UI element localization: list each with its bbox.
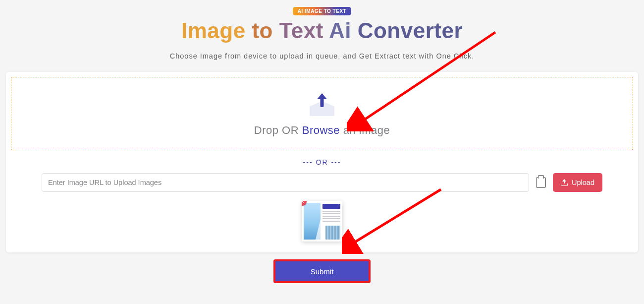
thumbnail-area: ✕ [11, 201, 633, 243]
title-word-5: Converter [358, 18, 463, 43]
upload-icon [308, 91, 336, 116]
paste-icon[interactable] [536, 177, 546, 188]
uploaded-thumbnail[interactable]: ✕ [302, 201, 342, 242]
or-divider: --- OR --- [11, 158, 633, 166]
subtitle: Choose Image from device to upload in qu… [4, 52, 640, 60]
brand-badge: AI IMAGE TO TEXT [293, 7, 351, 15]
upload-button-label: Upload [572, 179, 594, 186]
drop-text-suffix: an image [340, 124, 390, 136]
drop-text-prefix: Drop OR [254, 124, 302, 136]
title-word-3: Text [279, 18, 323, 43]
image-url-input[interactable] [42, 173, 529, 192]
dropzone[interactable]: Drop OR Browse an image [11, 77, 633, 150]
dropzone-label: Drop OR Browse an image [16, 124, 628, 137]
title-word-1: Image [181, 18, 246, 43]
title-word-4: Ai [329, 18, 351, 43]
upload-mini-icon [561, 179, 568, 186]
browse-link[interactable]: Browse [302, 124, 340, 136]
title-word-2: to [252, 18, 273, 43]
submit-button[interactable]: Submit [273, 259, 371, 283]
url-row: Upload [11, 173, 633, 192]
upload-card: Drop OR Browse an image --- OR --- Uploa… [6, 72, 638, 252]
page-title: Image to Text Ai Converter [4, 18, 640, 43]
upload-button[interactable]: Upload [553, 173, 602, 192]
